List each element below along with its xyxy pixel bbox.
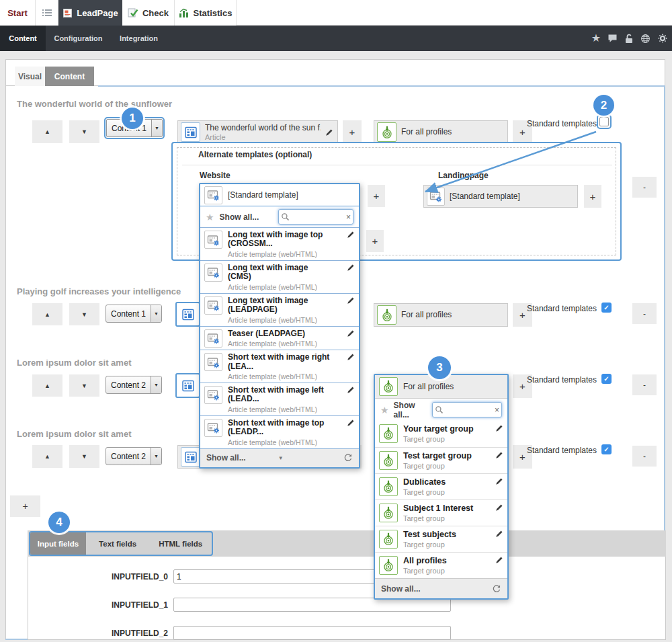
up-icon: ▲ [44, 311, 50, 318]
tab-input-fields[interactable]: Input fields [30, 532, 86, 555]
landingpage-template-card[interactable]: [Standard template] [423, 185, 578, 208]
clear-icon[interactable]: × [346, 212, 351, 222]
edit-pencil-icon[interactable] [347, 231, 355, 258]
subnav-content[interactable]: Content [0, 26, 46, 51]
landingpage-add-button[interactable]: + [584, 185, 601, 208]
favorites-star-icon[interactable]: ★ [380, 405, 389, 415]
target-group-icon [379, 377, 398, 396]
target-group-item[interactable]: Test subjectsTarget group [375, 526, 507, 552]
section4-down-button[interactable]: ▼ [69, 445, 99, 468]
section2-content-select[interactable]: Content 1 ▼ [106, 305, 162, 323]
article-icon [181, 379, 195, 393]
chevron-down-icon[interactable]: ▼ [278, 455, 284, 461]
section1-article-card[interactable]: The wonderful world of the sun f... Arti… [177, 120, 338, 144]
section2-profiles-card[interactable]: For all profiles [374, 303, 508, 327]
inputfield-1-input[interactable] [173, 598, 451, 612]
target-group-item[interactable]: Your target groupTarget group [375, 421, 507, 447]
edit-pencil-icon[interactable] [325, 128, 333, 136]
section4-remove-button[interactable]: - [632, 446, 657, 467]
section3-content-select[interactable]: Content 2 ▼ [106, 376, 162, 394]
template-search-input[interactable] [290, 212, 346, 223]
favorite-star-icon[interactable]: ★ [591, 33, 601, 44]
edit-pencil-icon[interactable] [495, 451, 503, 471]
template-item[interactable]: Short text with image left(LEAD...Articl… [200, 383, 359, 415]
section4-standard-templates-checkbox[interactable]: ✓ [601, 444, 612, 454]
template-item[interactable]: Long text with image(LEADPAGE)Article te… [200, 293, 359, 326]
tab-start[interactable]: Start [0, 0, 36, 26]
target-group-item[interactable]: Test target groupTarget group [375, 447, 507, 473]
section3-standard-templates-checkbox[interactable]: ✓ [601, 374, 612, 384]
edit-pencil-icon[interactable] [495, 556, 503, 575]
section1-up-button[interactable]: ▲ [32, 120, 62, 143]
section3-up-button[interactable]: ▲ [32, 374, 62, 397]
section1-remove-button[interactable]: - [632, 177, 657, 198]
section2-article-icon-button[interactable] [175, 302, 200, 327]
template-item[interactable]: Teaser (LEADPAGE)Article template (web/H… [200, 326, 359, 350]
show-all-footer-link[interactable]: Show all... [206, 453, 246, 463]
section1-standard-templates-checkbox[interactable] [597, 114, 612, 129]
edit-pencil-icon[interactable] [347, 386, 355, 413]
tab-text-fields[interactable]: Text fields [86, 532, 150, 555]
template-icon [427, 188, 445, 206]
plus-icon: + [349, 126, 355, 138]
tab-check[interactable]: Check [122, 0, 175, 26]
tab-statistics[interactable]: Statistics [175, 0, 237, 26]
tab-list[interactable] [36, 0, 58, 26]
edit-pencil-icon[interactable] [347, 329, 355, 348]
section2-remove-button[interactable]: - [632, 303, 657, 324]
section1-add-article-button[interactable]: + [343, 120, 362, 144]
show-all-link[interactable]: Show all... [220, 212, 259, 222]
add-section-button[interactable]: + [10, 495, 40, 517]
edit-pencil-icon[interactable] [347, 264, 355, 291]
tab-visual[interactable]: Visual [15, 67, 45, 86]
comment-icon[interactable] [607, 34, 618, 43]
show-all-footer-link[interactable]: Show all... [381, 584, 421, 594]
target-search-input[interactable] [444, 405, 495, 415]
section3-down-button[interactable]: ▼ [69, 374, 99, 397]
target-group-subtitle: Target group [403, 435, 480, 443]
edit-pencil-icon[interactable] [495, 477, 503, 497]
section2-down-button[interactable]: ▼ [69, 303, 99, 325]
template-title-2: (CROSSM... [228, 239, 332, 248]
clear-icon[interactable]: × [495, 405, 499, 415]
website-template-card[interactable]: [Standard template] [200, 184, 359, 206]
section3-article-icon-button[interactable] [175, 373, 200, 398]
subnav-configuration[interactable]: Configuration [46, 26, 111, 51]
favorites-star-icon[interactable]: ★ [206, 212, 214, 223]
globe-icon[interactable] [640, 34, 650, 44]
section3-remove-button[interactable]: - [632, 374, 657, 395]
template-item[interactable]: Short text with image right(LEA...Articl… [200, 350, 359, 383]
show-all-link[interactable]: Show all... [394, 401, 423, 419]
subnav-integration[interactable]: Integration [111, 26, 167, 51]
unlock-icon[interactable] [624, 34, 634, 44]
template-item[interactable]: Long text with image top(CROSSM...Articl… [200, 227, 359, 260]
target-group-item[interactable]: Subject 1 InterestTarget group [375, 499, 507, 526]
website-add-button-2[interactable]: + [366, 230, 384, 252]
edit-pencil-icon[interactable] [347, 296, 355, 324]
tab-leadpage[interactable]: LeadPage [58, 0, 122, 26]
template-item[interactable]: Long text with image (CMS)Article templa… [200, 260, 359, 293]
tab-html-fields[interactable]: HTML fields [149, 532, 212, 555]
section4-content-select[interactable]: Content 2 ▼ [106, 447, 162, 465]
tab-content[interactable]: Content [45, 67, 94, 86]
edit-pencil-icon[interactable] [495, 530, 503, 549]
check-icon: ✓ [603, 446, 609, 453]
template-item[interactable]: Short text with image top(LEADP...Articl… [200, 415, 359, 448]
section1-down-button[interactable]: ▼ [69, 120, 99, 143]
edit-pencil-icon[interactable] [495, 424, 503, 444]
section4-up-button[interactable]: ▲ [32, 445, 62, 468]
refresh-icon[interactable] [492, 584, 501, 594]
target-group-item[interactable]: All profilesTarget group [375, 552, 507, 578]
edit-pencil-icon[interactable] [347, 419, 355, 446]
refresh-icon[interactable] [343, 453, 353, 463]
section1-profiles-card[interactable]: For all profiles [374, 120, 508, 144]
edit-pencil-icon[interactable] [495, 504, 503, 523]
edit-pencil-icon[interactable] [347, 353, 355, 380]
section2-up-button[interactable]: ▲ [32, 303, 62, 325]
inputfield-2-input[interactable] [173, 626, 451, 640]
gear-icon[interactable] [657, 33, 668, 44]
check-icon: ✓ [603, 375, 609, 383]
section2-standard-templates-checkbox[interactable]: ✓ [601, 303, 612, 313]
target-group-item[interactable]: DublicatesTarget group [375, 473, 507, 499]
website-add-button[interactable]: + [368, 185, 385, 207]
